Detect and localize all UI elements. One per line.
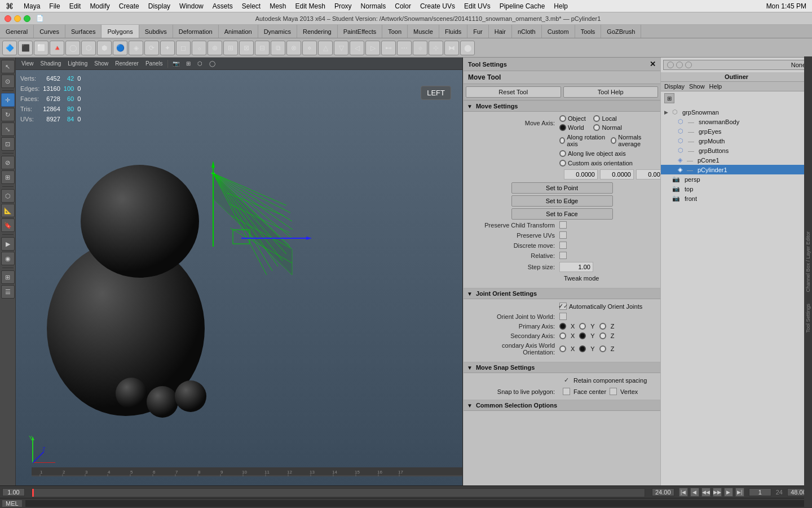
tab-rendering[interactable]: Rendering bbox=[297, 25, 338, 38]
shelf-icon-30[interactable]: ⬤ bbox=[460, 41, 475, 55]
render-btn[interactable]: ▶ bbox=[1, 237, 15, 251]
step-back-button[interactable]: ◀ bbox=[690, 488, 699, 497]
rotate-tool[interactable]: ↻ bbox=[1, 108, 15, 121]
shelf-icon-21[interactable]: △ bbox=[318, 41, 333, 55]
radio-along-rotation[interactable]: Along rotation axis bbox=[559, 134, 606, 147]
shelf-icon-15[interactable]: ⊞ bbox=[223, 41, 238, 55]
settings-scroll[interactable]: ▼ Move Settings Move Axis: Object bbox=[464, 100, 660, 485]
shelf-icon-27[interactable]: ⟐ bbox=[413, 41, 427, 55]
face-center-checkbox[interactable] bbox=[610, 388, 617, 395]
shelf-icon-4[interactable]: 🔺 bbox=[50, 41, 64, 55]
select-tool[interactable]: ↖ bbox=[1, 60, 15, 73]
menu-edit-mesh[interactable]: Edit Mesh bbox=[291, 0, 330, 12]
tab-ncloth[interactable]: nCloth bbox=[512, 25, 542, 38]
joint-orient-header[interactable]: ▼ Joint Orient Settings bbox=[464, 288, 660, 299]
apple-menu[interactable]: ⌘ bbox=[0, 2, 19, 11]
tree-grpeyes[interactable]: ⬡ — grpEyes bbox=[661, 126, 812, 136]
set-to-face-button[interactable]: Set to Face bbox=[511, 208, 613, 220]
radio-along-live-btn[interactable] bbox=[559, 150, 566, 157]
minimize-button[interactable] bbox=[14, 15, 21, 22]
step-forward-button[interactable]: ▶ bbox=[724, 488, 733, 497]
radio-local-btn[interactable] bbox=[593, 115, 600, 122]
tree-grpsnowman[interactable]: ▶ ⬡ grpSnowman bbox=[661, 107, 812, 117]
orient-world-checkbox[interactable] bbox=[559, 313, 567, 320]
shelf-icon-26[interactable]: ⋯ bbox=[397, 41, 412, 55]
menu-file[interactable]: File bbox=[45, 0, 64, 12]
tab-animation[interactable]: Animation bbox=[219, 25, 258, 38]
menu-create-uvs[interactable]: Create UVs bbox=[416, 0, 460, 12]
timeline-start[interactable]: 1.00 bbox=[2, 488, 25, 496]
tree-top[interactable]: 📷 top bbox=[661, 184, 812, 194]
radio-normal[interactable]: Normal bbox=[593, 124, 621, 131]
tab-curves[interactable]: Curves bbox=[34, 25, 65, 38]
menu-select[interactable]: Select bbox=[237, 0, 265, 12]
outliner-display-menu[interactable]: Display bbox=[664, 83, 685, 90]
tab-tools[interactable]: Tools bbox=[575, 25, 602, 38]
menu-edit-uvs[interactable]: Edit UVs bbox=[460, 0, 495, 12]
mel-input[interactable] bbox=[25, 500, 810, 507]
shelf-icon-6[interactable]: ⬡ bbox=[81, 41, 96, 55]
radio-world-btn[interactable] bbox=[559, 124, 566, 131]
radio-along-rotation-btn[interactable] bbox=[559, 137, 565, 144]
shelf-icon-23[interactable]: ◁ bbox=[350, 41, 364, 55]
set-to-edge-button[interactable]: Set to Edge bbox=[511, 195, 613, 207]
shelf-icon-14[interactable]: ⊕ bbox=[208, 41, 222, 55]
shelf-icon-11[interactable]: ✦ bbox=[160, 41, 175, 55]
radio-local[interactable]: Local bbox=[593, 115, 621, 122]
measure[interactable]: 📐 bbox=[1, 204, 15, 217]
shelf-icon-10[interactable]: ⟳ bbox=[144, 41, 159, 55]
tab-surfaces[interactable]: Surfaces bbox=[65, 25, 102, 38]
shelf-icon-13[interactable]: ⬦ bbox=[192, 41, 206, 55]
secondary-x-btn[interactable] bbox=[559, 332, 566, 339]
reset-tool-button[interactable]: Reset Tool bbox=[466, 86, 561, 98]
preserve-child-checkbox[interactable] bbox=[559, 221, 567, 229]
menu-assets[interactable]: Assets bbox=[208, 0, 237, 12]
set-to-point-button[interactable]: Set to Point bbox=[511, 182, 613, 194]
tree-grpmouth[interactable]: ⬡ — grpMouth bbox=[661, 136, 812, 146]
tab-general[interactable]: General bbox=[0, 25, 34, 38]
goto-start-button[interactable]: |◀ bbox=[679, 488, 688, 497]
coord-x[interactable] bbox=[564, 169, 598, 179]
tree-pcylinder1[interactable]: ◈ — pCylinder1 bbox=[661, 165, 812, 174]
tree-grpbuttons[interactable]: ⬡ — grpButtons bbox=[661, 146, 812, 155]
tab-painteffects[interactable]: PaintEffects bbox=[338, 25, 383, 38]
shelf-icon-12[interactable]: ◻ bbox=[176, 41, 191, 55]
menu-display[interactable]: Display bbox=[144, 0, 175, 12]
shelf-icon-2[interactable]: ⬛ bbox=[18, 41, 33, 55]
radio-custom-axis-btn[interactable] bbox=[559, 160, 566, 167]
ol-icon-1[interactable]: ⊞ bbox=[664, 93, 674, 103]
sw-z-btn[interactable] bbox=[599, 345, 606, 352]
tree-front[interactable]: 📷 front bbox=[661, 194, 812, 203]
last-tool[interactable]: ⊡ bbox=[1, 137, 15, 151]
outliner-help-menu[interactable]: Help bbox=[709, 83, 722, 90]
outliner-none-dropdown[interactable]: None bbox=[663, 60, 810, 70]
outliner-tree[interactable]: ▶ ⬡ grpSnowman ⬡ — snowmanBody ⬡ — grpEy… bbox=[661, 105, 812, 485]
preserve-uvs-checkbox[interactable] bbox=[559, 231, 567, 239]
tab-deformation[interactable]: Deformation bbox=[173, 25, 219, 38]
sw-y-btn[interactable] bbox=[579, 345, 586, 352]
timeline-track[interactable] bbox=[32, 488, 645, 496]
play-forward-button[interactable]: ▶▶ bbox=[713, 488, 722, 497]
soft-mod[interactable]: ⊘ bbox=[1, 156, 15, 169]
ui-btn[interactable]: ☰ bbox=[1, 285, 15, 299]
close-icon[interactable]: ✕ bbox=[650, 60, 656, 68]
shelf-icon-17[interactable]: ⊟ bbox=[255, 41, 270, 55]
menu-edit[interactable]: Edit bbox=[65, 0, 86, 12]
shelf-icon-29[interactable]: ⧓ bbox=[444, 41, 459, 55]
tab-polygons[interactable]: Polygons bbox=[102, 25, 139, 38]
tree-persp[interactable]: 📷 persp bbox=[661, 174, 812, 184]
menu-create[interactable]: Create bbox=[114, 0, 144, 12]
move-settings-header[interactable]: ▼ Move Settings bbox=[464, 100, 660, 112]
annotate[interactable]: 🔖 bbox=[1, 218, 15, 232]
tab-gozbrush[interactable]: GoZBrush bbox=[601, 25, 641, 38]
shelf-icon-22[interactable]: ▽ bbox=[334, 41, 348, 55]
radio-normals-avg[interactable]: Normals average bbox=[611, 134, 655, 147]
tab-hair[interactable]: Hair bbox=[489, 25, 512, 38]
shelf-icon-8[interactable]: 🔵 bbox=[113, 41, 127, 55]
tab-muscle[interactable]: Muscle bbox=[408, 25, 439, 38]
menu-pipeline-cache[interactable]: Pipeline Cache bbox=[495, 0, 550, 12]
shelf-icon-7[interactable]: ⬢ bbox=[97, 41, 112, 55]
close-button[interactable] bbox=[5, 15, 11, 22]
tool-help-button[interactable]: Tool Help bbox=[563, 86, 659, 98]
viewport[interactable]: View Shading Lighting Show Renderer Pane… bbox=[16, 58, 462, 485]
